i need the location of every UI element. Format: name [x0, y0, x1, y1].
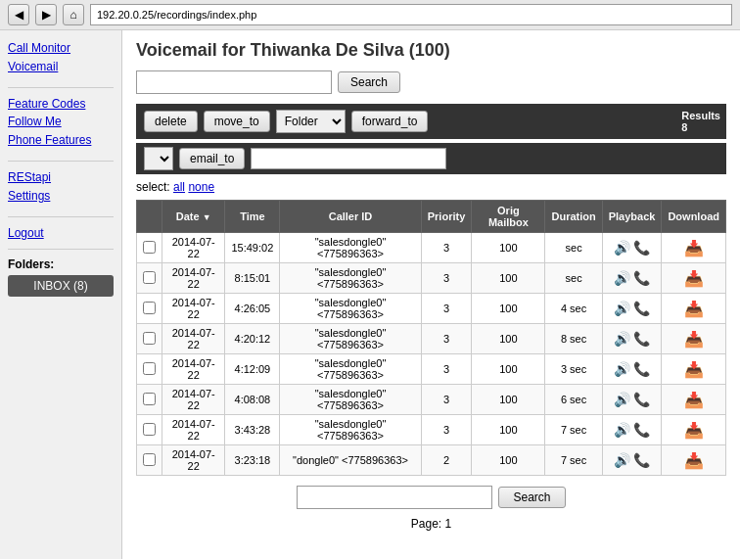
- col-orig-mailbox[interactable]: Orig Mailbox: [472, 201, 545, 233]
- address-bar[interactable]: [90, 4, 732, 25]
- logout-link[interactable]: Logout: [8, 225, 114, 242]
- cell-download: 📥: [662, 445, 726, 476]
- feature-codes-link[interactable]: Feature Codes: [8, 96, 114, 113]
- sidebar-api: REStapi Settings: [8, 169, 114, 205]
- cell-duration: 4 sec: [545, 294, 602, 324]
- row-checkbox[interactable]: [143, 332, 156, 345]
- phone-icon[interactable]: 📞: [633, 301, 650, 316]
- phone-icon[interactable]: 📞: [633, 270, 650, 286]
- cell-playback: 🔊 📞: [602, 445, 662, 476]
- play-icon[interactable]: 🔊: [614, 240, 630, 256]
- phone-icon[interactable]: 📞: [633, 331, 650, 347]
- move-to-button[interactable]: move_to: [204, 111, 270, 132]
- follow-me-link[interactable]: Follow Me: [8, 114, 114, 130]
- search-button[interactable]: Search: [338, 71, 400, 93]
- row-checkbox[interactable]: [143, 271, 156, 284]
- cell-orig-mailbox: 100: [472, 415, 545, 445]
- content-area: Voicemail for Thiwanka De Silva (100) Se…: [122, 30, 740, 559]
- row-checkbox[interactable]: [143, 241, 156, 254]
- play-icon[interactable]: 🔊: [614, 392, 630, 407]
- play-icon[interactable]: 🔊: [614, 331, 630, 347]
- cell-priority: 2: [421, 445, 472, 476]
- col-duration[interactable]: Duration: [545, 201, 602, 233]
- bottom-search-input[interactable]: [297, 486, 492, 509]
- download-icon[interactable]: 📥: [684, 452, 704, 469]
- call-monitor-link[interactable]: Call Monitor: [8, 40, 114, 57]
- col-checkbox: [137, 201, 162, 233]
- cell-orig-mailbox: 100: [472, 354, 545, 385]
- col-caller-id[interactable]: Caller ID: [280, 201, 421, 233]
- top-search-bar: Search: [136, 70, 726, 94]
- cell-caller-id: "salesdongle0" <775896363>: [280, 294, 421, 324]
- table-row: 2014-07-22 4:26:05 "salesdongle0" <77589…: [137, 294, 726, 324]
- download-icon[interactable]: 📥: [684, 392, 704, 408]
- table-row: 2014-07-22 15:49:02 "salesdongle0" <7758…: [137, 233, 726, 263]
- cell-date: 2014-07-22: [162, 233, 225, 263]
- play-icon[interactable]: 🔊: [614, 301, 630, 316]
- phone-features-link[interactable]: Phone Features: [8, 132, 114, 149]
- table-row: 2014-07-22 8:15:01 "salesdongle0" <77589…: [137, 263, 726, 294]
- back-button[interactable]: ◀: [8, 4, 29, 25]
- cell-orig-mailbox: 100: [472, 445, 545, 476]
- phone-icon[interactable]: 📞: [633, 392, 650, 407]
- address-select[interactable]: [144, 147, 173, 170]
- settings-link[interactable]: Settings: [8, 188, 114, 205]
- cell-caller-id: "salesdongle0" <775896363>: [280, 415, 421, 445]
- phone-icon[interactable]: 📞: [633, 422, 650, 438]
- select-line: select: all none: [136, 180, 726, 194]
- folder-select[interactable]: Folder INBOX Old Work Family Friends: [276, 110, 346, 133]
- download-icon[interactable]: 📥: [684, 240, 704, 257]
- forward-to-button[interactable]: forward_to: [351, 111, 429, 132]
- home-button[interactable]: ⌂: [63, 4, 84, 25]
- row-checkbox[interactable]: [143, 393, 156, 405]
- phone-icon[interactable]: 📞: [633, 452, 650, 468]
- play-icon[interactable]: 🔊: [614, 361, 630, 377]
- cell-download: 📥: [662, 415, 726, 445]
- voicemail-link[interactable]: Voicemail: [8, 59, 114, 75]
- cell-time: 3:43:28: [225, 415, 280, 445]
- forward-button[interactable]: ▶: [35, 4, 57, 25]
- cell-download: 📥: [662, 263, 726, 294]
- row-checkbox[interactable]: [143, 423, 156, 436]
- table-row: 2014-07-22 3:43:28 "salesdongle0" <77589…: [137, 415, 726, 445]
- inbox-button[interactable]: INBOX (8): [8, 275, 114, 297]
- col-date[interactable]: Date ▼: [162, 201, 225, 233]
- play-icon[interactable]: 🔊: [614, 270, 630, 286]
- download-icon[interactable]: 📥: [684, 331, 704, 348]
- table-row: 2014-07-22 3:23:18 "dongle0" <775896363>…: [137, 445, 726, 476]
- play-icon[interactable]: 🔊: [614, 422, 630, 438]
- download-icon[interactable]: 📥: [684, 361, 704, 378]
- cell-duration: 3 sec: [545, 354, 602, 385]
- email-input[interactable]: [251, 148, 446, 169]
- play-icon[interactable]: 🔊: [614, 452, 630, 468]
- phone-icon[interactable]: 📞: [633, 361, 650, 377]
- cell-orig-mailbox: 100: [472, 294, 545, 324]
- cell-time: 4:26:05: [225, 294, 280, 324]
- restapi-link[interactable]: REStapi: [8, 169, 114, 186]
- email-to-button[interactable]: email_to: [179, 148, 245, 169]
- delete-button[interactable]: delete: [144, 111, 198, 132]
- select-none-link[interactable]: none: [188, 180, 214, 194]
- download-icon[interactable]: 📥: [684, 301, 704, 317]
- cell-duration: 7 sec: [545, 415, 602, 445]
- bottom-search-bar: Search: [136, 486, 726, 509]
- bottom-search-button[interactable]: Search: [498, 487, 565, 508]
- cell-download: 📥: [662, 233, 726, 263]
- select-all-link[interactable]: all: [173, 180, 185, 194]
- col-time[interactable]: Time: [225, 201, 280, 233]
- col-priority[interactable]: Priority: [421, 201, 472, 233]
- cell-date: 2014-07-22: [162, 324, 225, 354]
- sidebar-features: Feature Codes Follow Me Phone Features: [8, 96, 114, 149]
- phone-icon[interactable]: 📞: [633, 240, 650, 256]
- page-title: Voicemail for Thiwanka De Silva (100): [136, 40, 726, 61]
- download-icon[interactable]: 📥: [684, 270, 704, 287]
- cell-download: 📥: [662, 385, 726, 415]
- row-checkbox[interactable]: [143, 302, 156, 314]
- toolbar-row1: delete move_to Folder INBOX Old Work Fam…: [136, 104, 726, 139]
- row-checkbox[interactable]: [143, 362, 156, 375]
- download-icon[interactable]: 📥: [684, 422, 704, 439]
- pagination-label: Page: 1: [136, 517, 726, 531]
- row-checkbox[interactable]: [143, 453, 156, 466]
- cell-orig-mailbox: 100: [472, 385, 545, 415]
- search-input[interactable]: [136, 70, 332, 94]
